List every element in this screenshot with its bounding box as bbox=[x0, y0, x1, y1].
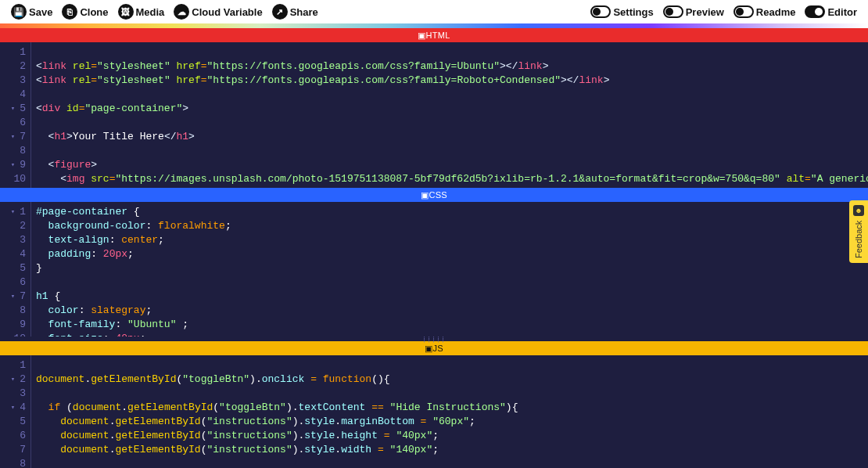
toolbar-right: SettingsPreviewReadmeEditor bbox=[587, 5, 860, 18]
cloud-variable-icon: ☁ bbox=[174, 4, 189, 20]
code-line[interactable]: font-size: 40px; bbox=[36, 332, 231, 337]
code-line[interactable]: document.getElementById("toggleBtn").onc… bbox=[36, 373, 518, 387]
fold-arrow-icon[interactable]: ▾ bbox=[9, 158, 15, 172]
line-number: 10 bbox=[13, 172, 26, 186]
code-line[interactable]: document.getElementById("instructions").… bbox=[36, 429, 518, 443]
code-line[interactable]: } bbox=[36, 261, 231, 275]
line-number: 6 bbox=[20, 275, 26, 290]
code-line[interactable]: #page-container { bbox=[36, 205, 231, 219]
line-number: 9 bbox=[20, 318, 26, 332]
pane-title-css: CSS bbox=[429, 190, 447, 200]
toggle-switch-icon bbox=[805, 5, 825, 18]
toolbar-label: Share bbox=[290, 6, 318, 18]
gutter-html: 1234▾56▾78▾910 bbox=[0, 42, 31, 188]
code-line[interactable] bbox=[36, 457, 518, 468]
save-icon: 💾 bbox=[11, 4, 27, 20]
toolbar-label: Save bbox=[29, 6, 52, 18]
clone-button[interactable]: ⎘Clone bbox=[59, 4, 111, 20]
fold-arrow-icon[interactable]: ▾ bbox=[9, 373, 15, 387]
code-line[interactable]: font-family: "Ubuntu" ; bbox=[36, 318, 231, 332]
pane-header-html[interactable]: ▣ HTML bbox=[0, 28, 868, 42]
top-toolbar: 💾Save⎘Clone🖼Media☁Cloud Variable↗Share S… bbox=[0, 0, 868, 23]
code-line[interactable] bbox=[36, 45, 868, 59]
line-number: 9 bbox=[20, 158, 26, 172]
line-number: 4 bbox=[20, 401, 26, 415]
settings-toggle[interactable]: Settings bbox=[587, 5, 656, 18]
pane-header-js[interactable]: ▣ JS bbox=[0, 341, 868, 355]
code-line[interactable]: <img src="https://images.unsplash.com/ph… bbox=[36, 172, 868, 186]
toolbar-left: 💾Save⎘Clone🖼Media☁Cloud Variable↗Share bbox=[8, 4, 321, 20]
code-line[interactable]: text-align: center; bbox=[36, 233, 231, 247]
code-line[interactable]: <div id="page-container"> bbox=[36, 102, 868, 116]
media-icon: 🖼 bbox=[118, 4, 134, 20]
code-line[interactable]: <figure> bbox=[36, 158, 868, 172]
code-line[interactable]: document.getElementById("instructions").… bbox=[36, 415, 518, 429]
js-icon: ▣ bbox=[425, 344, 432, 354]
toggle-switch-icon bbox=[733, 5, 754, 18]
editor-js[interactable]: 1▾23▾45678 document.getElementById("togg… bbox=[0, 355, 868, 468]
line-number: 5 bbox=[20, 261, 26, 275]
line-number: 6 bbox=[20, 429, 26, 443]
line-number: 7 bbox=[20, 290, 26, 304]
line-number: 10 bbox=[13, 332, 26, 337]
line-number: 1 bbox=[20, 358, 26, 373]
code-line[interactable] bbox=[36, 275, 231, 290]
preview-toggle[interactable]: Preview bbox=[660, 5, 727, 18]
line-number: 3 bbox=[20, 233, 26, 247]
code-line[interactable]: <link rel="stylesheet" href="https://fon… bbox=[36, 59, 868, 74]
code-css[interactable]: #page-container { background-color: flor… bbox=[31, 202, 231, 337]
line-number: 4 bbox=[20, 88, 26, 102]
line-number: 3 bbox=[20, 387, 26, 401]
line-number: 7 bbox=[20, 443, 26, 457]
fold-arrow-icon[interactable]: ▾ bbox=[9, 290, 15, 304]
code-html[interactable]: <link rel="stylesheet" href="https://fon… bbox=[31, 42, 868, 188]
code-line[interactable] bbox=[36, 116, 868, 130]
code-line[interactable]: document.getElementById("instructions").… bbox=[36, 443, 518, 457]
line-number: 5 bbox=[20, 415, 26, 429]
code-line[interactable] bbox=[36, 144, 868, 158]
save-button[interactable]: 💾Save bbox=[8, 4, 56, 20]
editor-toggle[interactable]: Editor bbox=[802, 5, 860, 18]
pane-title-js: JS bbox=[432, 344, 443, 353]
fold-arrow-icon[interactable]: ▾ bbox=[9, 205, 15, 219]
code-line[interactable]: if (document.getElementById("toggleBtn")… bbox=[36, 401, 518, 415]
code-line[interactable]: h1 { bbox=[36, 290, 231, 304]
toggle-switch-icon bbox=[590, 5, 611, 18]
line-number: 2 bbox=[20, 59, 26, 74]
line-number: 8 bbox=[20, 144, 26, 158]
cloud-variable-button[interactable]: ☁Cloud Variable bbox=[170, 4, 265, 20]
line-number: 5 bbox=[20, 102, 26, 116]
code-line[interactable]: padding: 20px; bbox=[36, 247, 231, 261]
line-number: 8 bbox=[20, 304, 26, 318]
line-number: 3 bbox=[20, 74, 26, 88]
code-line[interactable] bbox=[36, 88, 868, 102]
line-number: 2 bbox=[20, 219, 26, 233]
feedback-tab[interactable]: Feedback ☻ bbox=[849, 200, 868, 263]
editor-html[interactable]: 1234▾56▾78▾910 <link rel="stylesheet" hr… bbox=[0, 42, 868, 188]
readme-toggle[interactable]: Readme bbox=[730, 5, 799, 18]
toolbar-label: Preview bbox=[686, 6, 724, 18]
fold-arrow-icon[interactable]: ▾ bbox=[9, 401, 15, 415]
clone-icon: ⎘ bbox=[62, 4, 77, 20]
line-number: 7 bbox=[20, 130, 26, 144]
media-button[interactable]: 🖼Media bbox=[115, 4, 168, 20]
toolbar-label: Media bbox=[136, 6, 165, 18]
code-line[interactable]: <link rel="stylesheet" href="https://fon… bbox=[36, 74, 868, 88]
gutter-css: ▾123456▾78910 bbox=[0, 202, 31, 337]
pane-header-css[interactable]: ▣ CSS bbox=[0, 188, 868, 202]
code-line[interactable] bbox=[36, 387, 518, 401]
code-js[interactable]: document.getElementById("toggleBtn").onc… bbox=[31, 355, 518, 468]
share-button[interactable]: ↗Share bbox=[269, 4, 321, 20]
line-number: 6 bbox=[20, 116, 26, 130]
fold-arrow-icon[interactable]: ▾ bbox=[9, 130, 15, 144]
code-line[interactable]: color: slategray; bbox=[36, 304, 231, 318]
toolbar-label: Settings bbox=[613, 6, 653, 18]
line-number: 2 bbox=[20, 373, 26, 387]
code-line[interactable]: background-color: floralwhite; bbox=[36, 219, 231, 233]
code-line[interactable] bbox=[36, 358, 518, 373]
code-line[interactable]: <h1>Your Title Here</h1> bbox=[36, 130, 868, 144]
fold-arrow-icon[interactable]: ▾ bbox=[9, 102, 15, 116]
editor-css[interactable]: ▾123456▾78910 #page-container { backgrou… bbox=[0, 202, 868, 337]
toggle-switch-icon bbox=[663, 5, 683, 18]
line-number: 1 bbox=[20, 205, 26, 219]
